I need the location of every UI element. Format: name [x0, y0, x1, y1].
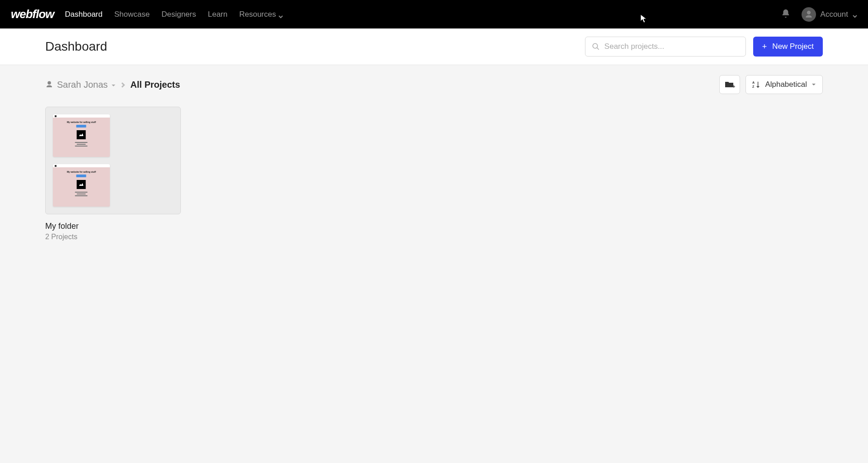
project-thumbnail: My website for selling stuff: [53, 114, 110, 157]
thumb-title: My website for selling stuff: [59, 121, 104, 123]
chevron-right-icon: [120, 80, 126, 90]
breadcrumb-user[interactable]: Sarah Jonas: [45, 80, 116, 90]
folder-count: 2 Projects: [45, 233, 181, 241]
dashboard-header: Dashboard + New Project: [0, 28, 868, 65]
plus-icon: +: [762, 43, 767, 51]
webflow-logo[interactable]: webflow: [11, 7, 54, 21]
sort-button[interactable]: A Z Alphabetical: [745, 75, 823, 94]
folder-plus-icon: +: [724, 80, 735, 89]
image-icon: [77, 130, 86, 139]
new-project-button[interactable]: + New Project: [753, 37, 823, 57]
top-nav: webflow Dashboard Showcase Designers Lea…: [0, 0, 868, 28]
nav-links: Dashboard Showcase Designers Learn Resou…: [65, 10, 283, 19]
new-project-label: New Project: [772, 42, 814, 51]
nav-learn[interactable]: Learn: [208, 10, 227, 19]
nav-resources-label: Resources: [239, 10, 276, 19]
toolbar-actions: + A Z Alphabetical: [719, 75, 823, 94]
notifications-icon[interactable]: [781, 9, 791, 20]
topnav-right: Account: [781, 7, 857, 22]
image-icon: [77, 180, 86, 189]
search-input[interactable]: [604, 42, 739, 51]
toolbar: Sarah Jonas All Projects + A Z: [45, 75, 823, 94]
sort-label: Alphabetical: [765, 80, 807, 89]
folder-card[interactable]: My website for selling stuff My website …: [45, 107, 181, 241]
chevron-down-icon: [853, 12, 857, 17]
nav-designers[interactable]: Designers: [161, 10, 196, 19]
svg-point-0: [593, 43, 598, 48]
svg-text:Z: Z: [752, 85, 755, 89]
sort-az-icon: A Z: [752, 80, 760, 89]
caret-down-icon: [111, 80, 116, 90]
caret-down-icon: [811, 80, 816, 89]
breadcrumb-user-name: Sarah Jonas: [57, 80, 108, 90]
new-folder-button[interactable]: +: [719, 75, 740, 94]
search-box[interactable]: [585, 37, 746, 57]
page-title: Dashboard: [45, 39, 107, 54]
folder-name: My folder: [45, 222, 181, 231]
search-icon: [592, 43, 600, 51]
breadcrumb: Sarah Jonas All Projects: [45, 80, 180, 90]
thumb-title: My website for selling stuff: [59, 170, 104, 173]
account-label: Account: [821, 10, 848, 19]
account-menu[interactable]: Account: [802, 7, 857, 22]
folder-preview: My website for selling stuff My website …: [45, 107, 181, 214]
nav-showcase[interactable]: Showcase: [114, 10, 150, 19]
nav-resources[interactable]: Resources: [239, 10, 283, 19]
svg-text:A: A: [752, 80, 755, 85]
content: Sarah Jonas All Projects + A Z: [0, 65, 868, 251]
user-icon: [45, 80, 53, 89]
chevron-down-icon: [278, 12, 283, 17]
avatar-icon: [802, 7, 816, 22]
nav-dashboard[interactable]: Dashboard: [65, 10, 103, 19]
project-thumbnail: My website for selling stuff: [53, 164, 110, 207]
breadcrumb-current: All Projects: [130, 80, 180, 90]
svg-text:+: +: [732, 84, 735, 89]
